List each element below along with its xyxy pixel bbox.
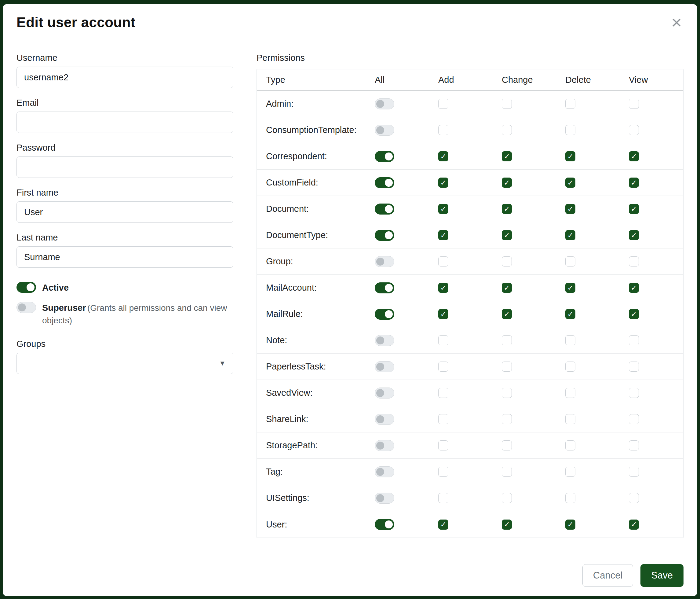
permission-view-checkbox[interactable] <box>629 493 639 503</box>
permission-change-checkbox[interactable] <box>502 440 512 451</box>
permission-view-checkbox[interactable]: ✓ <box>629 309 639 319</box>
permission-change-checkbox[interactable] <box>502 414 512 424</box>
cancel-button[interactable]: Cancel <box>582 564 633 587</box>
permission-change-checkbox[interactable]: ✓ <box>502 177 512 188</box>
permission-view-checkbox[interactable] <box>629 362 639 372</box>
permission-delete-checkbox[interactable] <box>565 388 575 398</box>
permission-add-checkbox[interactable] <box>438 125 448 135</box>
permission-view-checkbox[interactable]: ✓ <box>629 283 639 293</box>
permission-change-checkbox[interactable] <box>502 362 512 372</box>
permission-change-checkbox[interactable] <box>502 99 512 109</box>
permission-change-checkbox[interactable] <box>502 125 512 135</box>
permission-change-checkbox[interactable]: ✓ <box>502 283 512 293</box>
permission-all-toggle[interactable] <box>375 440 394 451</box>
permission-change-checkbox[interactable]: ✓ <box>502 151 512 161</box>
permission-add-checkbox[interactable]: ✓ <box>438 230 448 240</box>
permission-change-checkbox[interactable] <box>502 388 512 398</box>
permission-all-toggle[interactable] <box>375 256 394 267</box>
email-field[interactable] <box>17 112 233 133</box>
last-name-field[interactable] <box>17 246 233 268</box>
permission-delete-checkbox[interactable] <box>565 335 575 345</box>
permission-add-checkbox[interactable] <box>438 388 448 398</box>
permission-add-checkbox[interactable] <box>438 257 448 266</box>
permission-change-checkbox[interactable]: ✓ <box>502 520 512 530</box>
permission-add-checkbox[interactable] <box>438 440 448 451</box>
permission-add-checkbox[interactable] <box>438 362 448 372</box>
permission-add-checkbox[interactable]: ✓ <box>438 177 448 188</box>
active-toggle[interactable] <box>17 282 36 293</box>
permission-type-label: Document: <box>257 204 366 214</box>
permission-add-checkbox[interactable] <box>438 99 448 109</box>
permission-view-checkbox[interactable] <box>629 257 639 266</box>
permission-change-checkbox[interactable] <box>502 257 512 266</box>
permission-view-checkbox[interactable] <box>629 467 639 477</box>
save-button[interactable]: Save <box>641 564 683 587</box>
permission-all-toggle[interactable] <box>375 466 394 477</box>
permission-change-checkbox[interactable]: ✓ <box>502 204 512 214</box>
permission-all-toggle[interactable] <box>375 309 394 320</box>
permission-add-checkbox[interactable] <box>438 467 448 477</box>
permission-all-toggle[interactable] <box>375 125 394 136</box>
permissions-column-header: Delete <box>556 75 620 85</box>
permission-change-checkbox[interactable]: ✓ <box>502 230 512 240</box>
permission-view-checkbox[interactable]: ✓ <box>629 151 639 161</box>
permission-all-toggle[interactable] <box>375 361 394 372</box>
permission-all-toggle[interactable] <box>375 335 394 346</box>
permission-view-checkbox[interactable] <box>629 99 639 109</box>
close-icon[interactable]: × <box>670 14 683 31</box>
permission-add-checkbox[interactable]: ✓ <box>438 151 448 161</box>
permission-delete-checkbox[interactable]: ✓ <box>565 309 575 319</box>
permission-delete-checkbox[interactable]: ✓ <box>565 204 575 214</box>
permission-add-checkbox[interactable]: ✓ <box>438 283 448 293</box>
permission-view-checkbox[interactable] <box>629 414 639 424</box>
permission-add-checkbox[interactable] <box>438 493 448 503</box>
permission-view-checkbox[interactable] <box>629 388 639 398</box>
permission-change-checkbox[interactable] <box>502 335 512 345</box>
username-input[interactable] <box>17 67 233 88</box>
permission-type-label: ShareLink: <box>257 414 366 424</box>
permission-all-toggle[interactable] <box>375 203 394 215</box>
permission-all-toggle[interactable] <box>375 151 394 162</box>
permission-delete-checkbox[interactable] <box>565 125 575 135</box>
permission-add-checkbox[interactable]: ✓ <box>438 204 448 214</box>
permissions-label: Permissions <box>256 53 683 63</box>
permission-all-toggle[interactable] <box>375 282 394 293</box>
permission-delete-checkbox[interactable]: ✓ <box>565 520 575 530</box>
permission-all-toggle[interactable] <box>375 177 394 188</box>
permission-delete-checkbox[interactable] <box>565 362 575 372</box>
permission-view-checkbox[interactable]: ✓ <box>629 230 639 240</box>
permission-add-checkbox[interactable]: ✓ <box>438 309 448 319</box>
permission-delete-checkbox[interactable] <box>565 99 575 109</box>
permission-all-toggle[interactable] <box>375 493 394 504</box>
permission-delete-checkbox[interactable]: ✓ <box>565 283 575 293</box>
superuser-toggle[interactable] <box>17 302 36 313</box>
permission-view-checkbox[interactable] <box>629 440 639 451</box>
permission-view-checkbox[interactable]: ✓ <box>629 177 639 188</box>
password-field[interactable] <box>17 157 233 178</box>
permission-all-toggle[interactable] <box>375 387 394 399</box>
permission-delete-checkbox[interactable] <box>565 414 575 424</box>
permission-change-checkbox[interactable] <box>502 467 512 477</box>
permission-delete-checkbox[interactable] <box>565 467 575 477</box>
permission-all-toggle[interactable] <box>375 230 394 241</box>
permission-delete-checkbox[interactable] <box>565 440 575 451</box>
permission-view-checkbox[interactable]: ✓ <box>629 520 639 530</box>
permission-delete-checkbox[interactable]: ✓ <box>565 230 575 240</box>
permission-add-checkbox[interactable] <box>438 414 448 424</box>
permission-view-checkbox[interactable] <box>629 125 639 135</box>
permission-view-checkbox[interactable]: ✓ <box>629 204 639 214</box>
permission-delete-checkbox[interactable]: ✓ <box>565 177 575 188</box>
permission-delete-checkbox[interactable] <box>565 257 575 266</box>
permission-all-toggle[interactable] <box>375 519 394 530</box>
permission-delete-checkbox[interactable] <box>565 493 575 503</box>
permission-view-checkbox[interactable] <box>629 335 639 345</box>
permission-all-toggle[interactable] <box>375 414 394 425</box>
groups-select[interactable]: ▼ <box>17 353 233 374</box>
permission-delete-checkbox[interactable]: ✓ <box>565 151 575 161</box>
permission-add-checkbox[interactable] <box>438 335 448 345</box>
permission-add-checkbox[interactable]: ✓ <box>438 520 448 530</box>
permission-all-toggle[interactable] <box>375 98 394 110</box>
permission-change-checkbox[interactable] <box>502 493 512 503</box>
permission-change-checkbox[interactable]: ✓ <box>502 309 512 319</box>
first-name-field[interactable] <box>17 201 233 223</box>
